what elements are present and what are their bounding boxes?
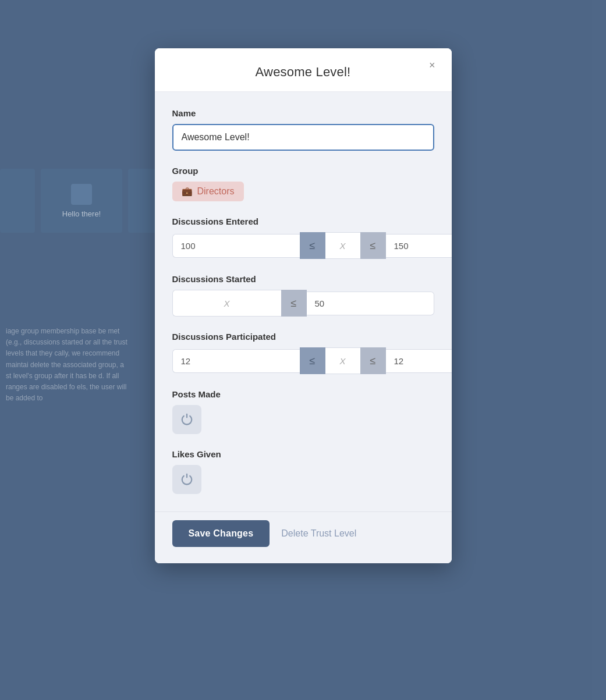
discussions-started-max-input[interactable] bbox=[307, 292, 434, 315]
discussions-entered-max-input[interactable] bbox=[386, 234, 452, 258]
group-group: Group 💼 Directors bbox=[172, 166, 434, 201]
discussions-participated-label: Discussions Participated bbox=[172, 332, 434, 342]
modal-title: Awesome Level! bbox=[169, 65, 438, 80]
discussions-participated-x: X bbox=[325, 347, 360, 374]
discussions-started-label: Discussions Started bbox=[172, 274, 434, 284]
modal-header: Awesome Level! × bbox=[155, 48, 452, 92]
modal-body: Name Group 💼 Directors Discussions Enter… bbox=[155, 92, 452, 511]
discussions-entered-min-input[interactable] bbox=[172, 234, 300, 258]
discussions-entered-label: Discussions Entered bbox=[172, 216, 434, 226]
discussions-participated-lte-right: ≤ bbox=[360, 347, 386, 374]
name-label: Name bbox=[172, 108, 434, 118]
modal-footer: Save Changes Delete Trust Level bbox=[155, 511, 452, 563]
power-icon-2 bbox=[180, 473, 193, 486]
likes-given-toggle[interactable] bbox=[172, 465, 201, 494]
discussions-participated-min-input[interactable] bbox=[172, 349, 300, 373]
modal-container: Awesome Level! × Name Group 💼 Directors … bbox=[155, 48, 452, 563]
discussions-participated-group: Discussions Participated ≤ X ≤ bbox=[172, 332, 434, 374]
posts-made-label: Posts Made bbox=[172, 389, 434, 399]
discussions-participated-lte-left: ≤ bbox=[300, 347, 325, 374]
discussions-entered-lte-left: ≤ bbox=[300, 232, 325, 259]
likes-given-label: Likes Given bbox=[172, 449, 434, 459]
discussions-entered-group: Discussions Entered ≤ X ≤ bbox=[172, 216, 434, 259]
likes-given-group: Likes Given bbox=[172, 449, 434, 494]
group-tag-label: Directors bbox=[197, 186, 235, 197]
group-label: Group bbox=[172, 166, 434, 176]
power-icon bbox=[180, 413, 193, 426]
discussions-participated-row: ≤ X ≤ bbox=[172, 347, 434, 374]
discussions-participated-max-input[interactable] bbox=[386, 349, 452, 373]
modal-backdrop: Awesome Level! × Name Group 💼 Directors … bbox=[0, 0, 606, 700]
name-input[interactable] bbox=[172, 124, 434, 151]
save-button[interactable]: Save Changes bbox=[172, 520, 270, 547]
name-group: Name bbox=[172, 108, 434, 151]
briefcase-icon: 💼 bbox=[182, 186, 193, 197]
close-button[interactable]: × bbox=[424, 58, 440, 73]
posts-made-group: Posts Made bbox=[172, 389, 434, 434]
discussions-entered-lte-right: ≤ bbox=[360, 232, 386, 259]
discussions-entered-row: ≤ X ≤ bbox=[172, 232, 434, 259]
delete-button[interactable]: Delete Trust Level bbox=[281, 528, 356, 539]
discussions-started-group: Discussions Started X ≤ bbox=[172, 274, 434, 317]
discussions-started-lte: ≤ bbox=[281, 290, 307, 317]
posts-made-toggle[interactable] bbox=[172, 405, 201, 434]
group-tag[interactable]: 💼 Directors bbox=[172, 182, 244, 201]
discussions-started-x: X bbox=[172, 290, 281, 317]
discussions-entered-x: X bbox=[325, 232, 360, 259]
discussions-started-row: X ≤ bbox=[172, 290, 434, 317]
